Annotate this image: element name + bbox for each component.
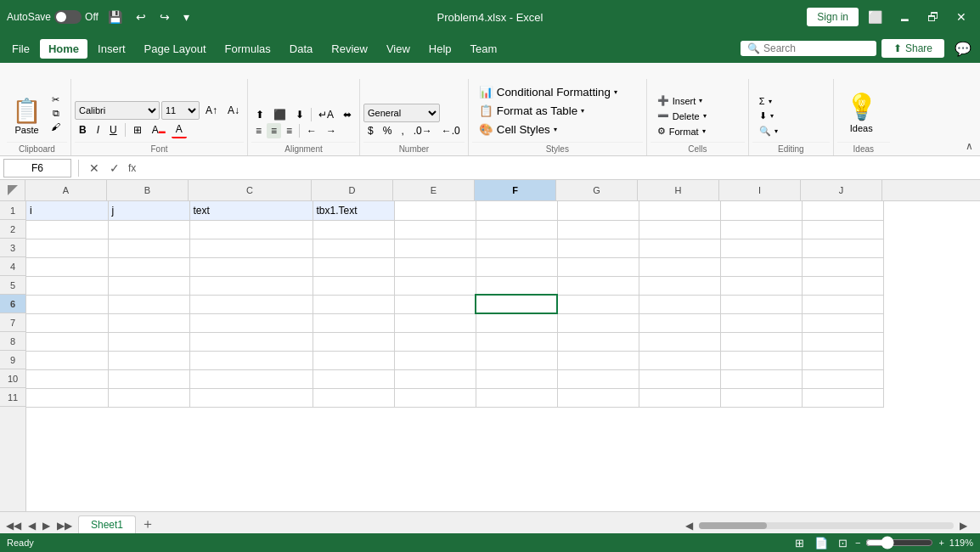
cell-j7[interactable] — [802, 313, 883, 332]
cell-c7[interactable] — [189, 313, 313, 332]
align-bottom-button[interactable]: ⬇ — [291, 107, 308, 122]
cell-i3[interactable] — [720, 239, 802, 257]
cell-g6[interactable] — [557, 295, 639, 313]
cell-a11[interactable] — [26, 388, 108, 407]
autosum-button[interactable]: Σ ▾ — [752, 94, 785, 108]
cell-d2[interactable] — [313, 220, 394, 239]
row-header-6[interactable]: 6 — [0, 295, 25, 313]
cell-a8[interactable] — [26, 332, 108, 351]
cell-g8[interactable] — [557, 332, 639, 351]
cell-c6[interactable] — [189, 295, 313, 313]
col-header-b[interactable]: B — [107, 180, 189, 200]
cell-styles-button[interactable]: 🎨 Cell Styles ▾ — [472, 121, 624, 138]
align-left-button[interactable]: ≡ — [251, 123, 266, 138]
align-top-button[interactable]: ⬆ — [251, 107, 268, 122]
cut-button[interactable]: ✂ — [48, 93, 63, 106]
cell-h10[interactable] — [639, 369, 720, 388]
cell-g9[interactable] — [557, 351, 639, 369]
cell-c2[interactable] — [189, 220, 313, 239]
menu-item-team[interactable]: Team — [462, 39, 506, 59]
menu-item-insert[interactable]: Insert — [89, 39, 134, 59]
cell-a5[interactable] — [26, 276, 108, 295]
cell-e6[interactable] — [394, 295, 476, 313]
cell-b3[interactable] — [108, 239, 189, 257]
cell-i5[interactable] — [720, 276, 802, 295]
page-break-view-button[interactable]: ⊡ — [836, 537, 850, 549]
cell-i4[interactable] — [720, 257, 802, 276]
row-header-4[interactable]: 4 — [0, 257, 25, 276]
comma-button[interactable]: , — [397, 123, 408, 138]
cell-h1[interactable] — [639, 201, 720, 220]
cell-g11[interactable] — [557, 388, 639, 407]
confirm-formula-button[interactable]: ✓ — [106, 160, 123, 177]
cell-f6[interactable] — [476, 295, 557, 313]
row-header-11[interactable]: 11 — [0, 388, 25, 407]
cell-i10[interactable] — [720, 369, 802, 388]
increase-decimal-button[interactable]: .0→ — [409, 123, 436, 138]
cell-b11[interactable] — [108, 388, 189, 407]
col-header-i[interactable]: I — [719, 180, 801, 200]
zoom-minus[interactable]: − — [855, 538, 860, 548]
tab-next-button[interactable]: ▶ — [40, 518, 53, 533]
italic-button[interactable]: I — [93, 122, 104, 138]
cell-e3[interactable] — [394, 239, 476, 257]
tab-first-button[interactable]: ◀◀ — [3, 518, 24, 533]
redo-button[interactable]: ↪ — [155, 8, 174, 25]
cell-j1[interactable] — [802, 201, 883, 220]
cell-j8[interactable] — [802, 332, 883, 351]
paste-button[interactable]: 📋 Paste — [7, 93, 47, 138]
col-header-d[interactable]: D — [312, 180, 393, 200]
cell-j11[interactable] — [802, 388, 883, 407]
wrap-text-button[interactable]: ↵A — [314, 107, 338, 122]
cell-h8[interactable] — [639, 332, 720, 351]
ribbon-collapse-button[interactable]: ∧ — [959, 137, 980, 155]
cell-d11[interactable] — [313, 388, 394, 407]
align-middle-button[interactable]: ⬛ — [269, 107, 290, 122]
col-header-a[interactable]: A — [25, 180, 107, 200]
cell-g2[interactable] — [557, 220, 639, 239]
cell-j9[interactable] — [802, 351, 883, 369]
cell-h3[interactable] — [639, 239, 720, 257]
font-size-select[interactable]: 11 — [161, 101, 200, 120]
delete-cells-button[interactable]: ➖ Delete ▾ — [651, 109, 713, 123]
cell-f3[interactable] — [476, 239, 557, 257]
col-header-f[interactable]: F — [475, 180, 556, 200]
cell-c9[interactable] — [189, 351, 313, 369]
tab-last-button[interactable]: ▶▶ — [54, 518, 75, 533]
fill-color-button[interactable]: A▬ — [148, 122, 170, 138]
merge-center-button[interactable]: ⬌ — [339, 107, 356, 122]
cell-g10[interactable] — [557, 369, 639, 388]
cell-i6[interactable] — [720, 295, 802, 313]
format-cells-button[interactable]: ⚙ Format ▾ — [651, 124, 713, 138]
cell-b7[interactable] — [108, 313, 189, 332]
cell-f9[interactable] — [476, 351, 557, 369]
menu-item-help[interactable]: Help — [420, 39, 460, 59]
cell-f4[interactable] — [476, 257, 557, 276]
autosave-pill[interactable] — [54, 10, 82, 24]
cell-i2[interactable] — [720, 220, 802, 239]
cell-d10[interactable] — [313, 369, 394, 388]
cell-d1[interactable]: tbx1.Text — [313, 201, 394, 220]
cell-d9[interactable] — [313, 351, 394, 369]
cell-c10[interactable] — [189, 369, 313, 388]
number-format-select[interactable]: General — [363, 104, 440, 122]
cell-f7[interactable] — [476, 313, 557, 332]
cell-f1[interactable] — [476, 201, 557, 220]
cell-d8[interactable] — [313, 332, 394, 351]
normal-view-button[interactable]: ⊞ — [792, 537, 807, 549]
cell-j4[interactable] — [802, 257, 883, 276]
share-button[interactable]: ⬆ Share — [881, 39, 944, 58]
cell-e10[interactable] — [394, 369, 476, 388]
cell-h11[interactable] — [639, 388, 720, 407]
cell-i9[interactable] — [720, 351, 802, 369]
menu-item-view[interactable]: View — [378, 39, 419, 59]
font-name-select[interactable]: Calibri — [75, 101, 160, 120]
cell-a10[interactable] — [26, 369, 108, 388]
ideas-button[interactable]: 💡 Ideas — [837, 87, 886, 138]
col-header-j[interactable]: J — [801, 180, 882, 200]
row-header-9[interactable]: 9 — [0, 351, 25, 369]
formula-input[interactable] — [141, 159, 977, 177]
close-button[interactable]: ✕ — [949, 8, 973, 25]
zoom-plus[interactable]: + — [938, 538, 943, 548]
decrease-decimal-button[interactable]: ←.0 — [437, 123, 465, 138]
